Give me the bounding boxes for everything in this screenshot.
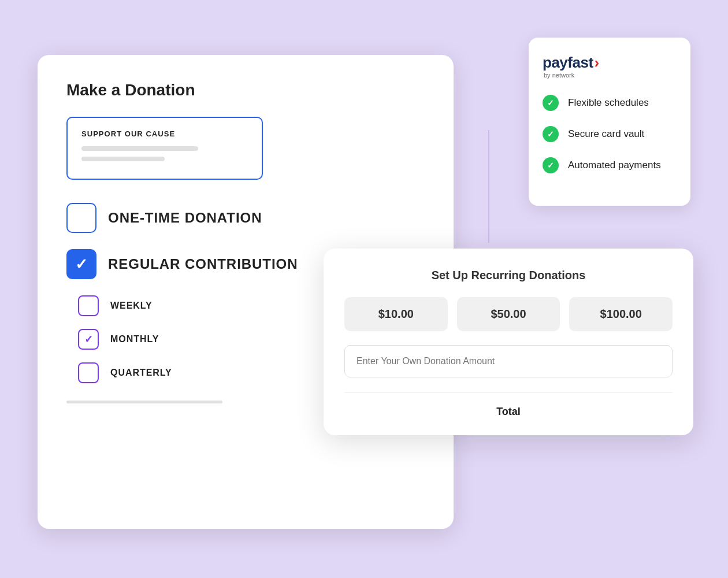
feature-automated: ✓ Automated payments bbox=[543, 157, 677, 173]
one-time-label: ONE-TIME DONATION bbox=[108, 210, 262, 226]
secure-text: Secure card vault bbox=[568, 128, 644, 140]
card-scrollbar bbox=[66, 401, 222, 403]
flexible-text: Flexible schedules bbox=[568, 97, 649, 109]
weekly-label: WEEKLY bbox=[110, 301, 153, 311]
monthly-checkbox[interactable] bbox=[78, 329, 99, 350]
weekly-checkbox[interactable] bbox=[78, 295, 99, 316]
card-title: Make a Donation bbox=[66, 81, 425, 99]
amount-100-button[interactable]: $100.00 bbox=[569, 297, 673, 331]
payfast-arrow-icon: › bbox=[595, 54, 600, 72]
recurring-card: Set Up Recurring Donations $10.00 $50.00… bbox=[324, 249, 693, 435]
total-divider bbox=[344, 392, 673, 393]
quarterly-label: QUARTERLY bbox=[110, 368, 172, 378]
total-label: Total bbox=[496, 406, 521, 418]
amount-10-button[interactable]: $10.00 bbox=[344, 297, 448, 331]
automated-check-icon: ✓ bbox=[543, 157, 559, 173]
amount-buttons-group: $10.00 $50.00 $100.00 bbox=[344, 297, 673, 331]
cause-box: SUPPORT OUR CAUSE bbox=[66, 117, 263, 180]
regular-checkbox[interactable] bbox=[66, 249, 96, 279]
quarterly-checkbox[interactable] bbox=[78, 362, 99, 383]
payfast-logo-wrap: payfast › by network bbox=[543, 54, 599, 79]
secure-check-icon: ✓ bbox=[543, 126, 559, 142]
recurring-title: Set Up Recurring Donations bbox=[344, 269, 673, 282]
vertical-connector bbox=[488, 130, 489, 243]
feature-secure: ✓ Secure card vault bbox=[543, 126, 677, 142]
feature-flexible: ✓ Flexible schedules bbox=[543, 95, 677, 111]
monthly-label: MONTHLY bbox=[110, 334, 159, 344]
payfast-brand-row: payfast › bbox=[543, 54, 599, 72]
payfast-brand-text: payfast bbox=[543, 54, 593, 72]
payfast-subtitle: by network bbox=[544, 72, 599, 79]
automated-text: Automated payments bbox=[568, 160, 661, 171]
flexible-check-icon: ✓ bbox=[543, 95, 559, 111]
one-time-checkbox[interactable] bbox=[66, 203, 96, 233]
custom-amount-input[interactable] bbox=[344, 345, 673, 377]
one-time-donation-option[interactable]: ONE-TIME DONATION bbox=[66, 203, 425, 233]
total-row: Total bbox=[344, 406, 673, 418]
cause-line-1 bbox=[81, 146, 198, 151]
payfast-card: payfast › by network ✓ Flexible schedule… bbox=[529, 38, 690, 206]
payfast-logo: payfast › by network bbox=[543, 54, 677, 79]
amount-50-button[interactable]: $50.00 bbox=[457, 297, 560, 331]
regular-label: REGULAR CONTRIBUTION bbox=[108, 256, 298, 272]
cause-line-2 bbox=[81, 157, 165, 161]
cause-label: SUPPORT OUR CAUSE bbox=[81, 129, 248, 138]
